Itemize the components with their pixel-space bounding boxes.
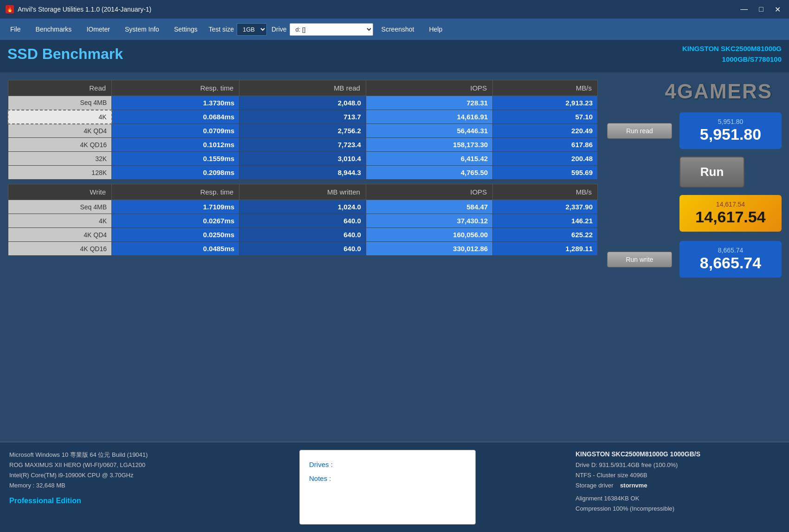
device-info: KINGSTON SKC2500M81000G 1000GB/S7780100	[682, 44, 782, 65]
write-mbs-4kqd16: 1,289.11	[493, 242, 598, 256]
write-label-4k: 4K	[8, 214, 112, 228]
write-iops-seq4mb: 584.47	[366, 200, 492, 214]
drive-free: Drive D: 931.5/931.4GB free (100.0%)	[576, 460, 780, 470]
write-mb-4k: 640.0	[239, 214, 366, 228]
menu-system-info[interactable]: System Info	[118, 23, 166, 36]
read-label-4kqd16: 4K QD16	[8, 138, 112, 152]
run-write-row: Run write 8,665.74 8,665.74	[605, 241, 782, 278]
read-row-128k: 128K 0.2098ms 8,944.3 4,765.50 595.69	[8, 166, 598, 180]
write-label-4kqd16: 4K QD16	[8, 242, 112, 256]
read-row-32k: 32K 0.1559ms 3,010.4 6,415.42 200.48	[8, 152, 598, 166]
status-bar: Microsoft Windows 10 専業版 64 位元 Build (19…	[0, 441, 789, 532]
write-mb-4kqd4: 640.0	[239, 228, 366, 242]
menu-benchmarks[interactable]: Benchmarks	[29, 23, 78, 36]
menu-file[interactable]: File	[4, 23, 27, 36]
menu-help[interactable]: Help	[422, 23, 449, 36]
write-resp-4k: 0.0267ms	[112, 214, 239, 228]
read-col-mbs: MB/s	[493, 80, 598, 96]
test-size-select[interactable]: 1GB	[237, 23, 267, 36]
read-iops-4kqd4: 56,446.31	[366, 124, 492, 138]
write-iops-4kqd4: 160,056.00	[366, 228, 492, 242]
write-resp-seq4mb: 1.7109ms	[112, 200, 239, 214]
read-col-resp: Resp. time	[112, 80, 239, 96]
storage-driver-info: Storage driver stornvme	[576, 480, 780, 491]
write-header-row: Write Resp. time MB written IOPS MB/s	[8, 184, 598, 200]
read-label-128k: 128K	[8, 166, 112, 180]
write-resp-4kqd16: 0.0485ms	[112, 242, 239, 256]
write-col-resp: Resp. time	[112, 184, 239, 200]
read-col-mb: MB read	[239, 80, 366, 96]
write-row-4kqd16: 4K QD16 0.0485ms 640.0 330,012.86 1,289.…	[8, 242, 598, 256]
iops-row: 14,617.54 14,617.54	[605, 195, 782, 232]
menu-bar: File Benchmarks IOmeter System Info Sett…	[0, 19, 789, 40]
storage-driver-value: stornvme	[620, 482, 647, 489]
table-section: Read Resp. time MB read IOPS MB/s Seq 4M…	[7, 80, 598, 278]
ntfs-info: NTFS - Cluster size 4096B	[576, 470, 780, 480]
device-capacity: 1000GB/S7780100	[682, 54, 782, 65]
write-score-box: 8,665.74 8,665.74	[679, 241, 782, 278]
read-table: Read Resp. time MB read IOPS MB/s Seq 4M…	[7, 80, 598, 256]
read-mb-32k: 3,010.4	[239, 152, 366, 166]
ssd-title: SSD Benchmark	[7, 45, 123, 63]
test-size-group: Test size 1GB	[208, 23, 266, 36]
read-row-4k: 4K 0.0684ms 713.7 14,616.91 57.10	[8, 110, 598, 124]
drives-label: Drives :	[309, 458, 466, 472]
header-section: SSD Benchmark KINGSTON SKC2500M81000G 10…	[0, 40, 789, 72]
read-resp-4kqd4: 0.0709ms	[112, 124, 239, 138]
drive-group: Drive d: []	[272, 23, 373, 36]
system-os: Microsoft Windows 10 専業版 64 位元 Build (19…	[9, 450, 200, 460]
storage-driver-label: Storage driver	[576, 482, 614, 489]
run-read-button[interactable]: Run read	[607, 123, 672, 139]
drive-select[interactable]: d: []	[290, 23, 373, 36]
menu-iometer[interactable]: IOmeter	[80, 23, 116, 36]
window-title: Anvil's Storage Utilities 1.1.0 (2014-Ja…	[18, 6, 734, 13]
drives-notes-box: Drives : Notes :	[299, 450, 476, 525]
read-iops-4k: 14,616.91	[366, 110, 492, 124]
minimize-button[interactable]: —	[737, 4, 750, 15]
close-button[interactable]: ✕	[772, 4, 783, 15]
read-mbs-seq4mb: 2,913.23	[493, 96, 598, 110]
read-mbs-4kqd16: 617.86	[493, 138, 598, 152]
main-content: Read Resp. time MB read IOPS MB/s Seq 4M…	[0, 72, 789, 285]
status-left: Microsoft Windows 10 専業版 64 位元 Build (19…	[0, 442, 209, 532]
write-col-mbs: MB/s	[493, 184, 598, 200]
read-iops-128k: 4,765.50	[366, 166, 492, 180]
maximize-button[interactable]: □	[756, 4, 766, 15]
read-col-label: Read	[8, 80, 112, 96]
read-mbs-4kqd4: 220.49	[493, 124, 598, 138]
drive-label: Drive	[272, 26, 287, 33]
iops-score-label: 14,617.54	[691, 201, 770, 208]
read-resp-4kqd16: 0.1012ms	[112, 138, 239, 152]
write-row-4kqd4: 4K QD4 0.0250ms 640.0 160,056.00 625.22	[8, 228, 598, 242]
read-score-label: 5,951.80	[691, 118, 770, 125]
run-button[interactable]: Run	[679, 156, 744, 188]
menu-screenshot[interactable]: Screenshot	[375, 23, 421, 36]
status-center: Drives : Notes :	[209, 442, 566, 532]
menu-settings[interactable]: Settings	[168, 23, 204, 36]
notes-label: Notes :	[309, 472, 466, 486]
run-read-row: Run read 5,951.80 5,951.80	[605, 112, 782, 149]
write-iops-4kqd16: 330,012.86	[366, 242, 492, 256]
read-label-4k: 4K	[8, 110, 112, 124]
write-mbs-4kqd4: 625.22	[493, 228, 598, 242]
write-mbs-4k: 146.21	[493, 214, 598, 228]
write-row-seq4mb: Seq 4MB 1.7109ms 1,024.0 584.47 2,337.90	[8, 200, 598, 214]
read-resp-seq4mb: 1.3730ms	[112, 96, 239, 110]
right-panel: 4GAMERS Run read 5,951.80 5,951.80 Run	[605, 80, 782, 278]
write-row-4k: 4K 0.0267ms 640.0 37,430.12 146.21	[8, 214, 598, 228]
run-write-button[interactable]: Run write	[607, 252, 672, 267]
write-col-label: Write	[8, 184, 112, 200]
read-mbs-4k: 57.10	[493, 110, 598, 124]
read-row-4kqd16: 4K QD16 0.1012ms 7,723.4 158,173.30 617.…	[8, 138, 598, 152]
run-center-row: Run	[605, 156, 782, 188]
read-row-4kqd4: 4K QD4 0.0709ms 2,756.2 56,446.31 220.49	[8, 124, 598, 138]
read-resp-128k: 0.2098ms	[112, 166, 239, 180]
write-mb-4kqd16: 640.0	[239, 242, 366, 256]
write-col-mb: MB written	[239, 184, 366, 200]
read-score-box: 5,951.80 5,951.80	[679, 112, 782, 149]
write-mbs-seq4mb: 2,337.90	[493, 200, 598, 214]
brand-logo: 4GAMERS	[665, 80, 772, 103]
read-score-value: 5,951.80	[691, 125, 770, 143]
write-col-iops: IOPS	[366, 184, 492, 200]
read-col-iops: IOPS	[366, 80, 492, 96]
